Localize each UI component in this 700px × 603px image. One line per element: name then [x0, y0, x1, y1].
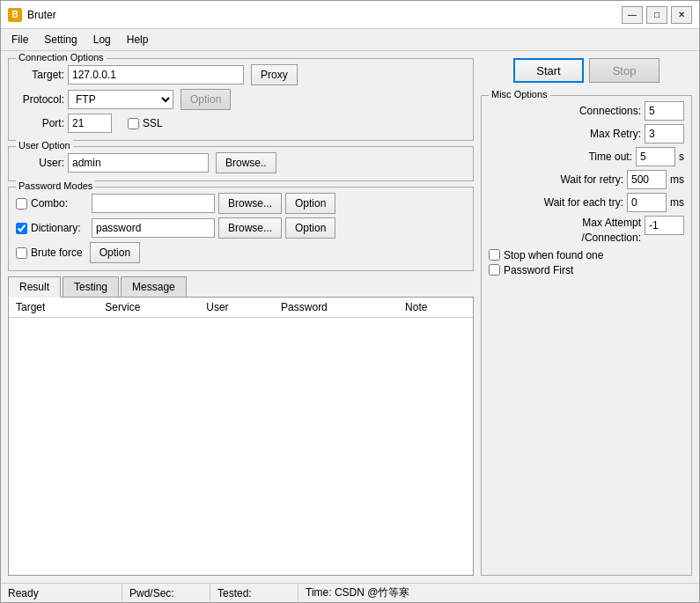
user-input[interactable]: [68, 153, 209, 173]
title-controls: — □ ✕: [622, 6, 692, 24]
max-retry-input[interactable]: [645, 124, 684, 143]
ssl-checkbox[interactable]: [128, 118, 139, 129]
combo-input[interactable]: [92, 194, 215, 213]
close-button[interactable]: ✕: [671, 6, 692, 24]
app-icon: B: [8, 8, 22, 22]
ssl-label: SSL: [143, 117, 163, 129]
tab-result[interactable]: Result: [8, 276, 61, 298]
brute-force-checkbox[interactable]: [16, 247, 27, 259]
target-input[interactable]: [68, 65, 244, 85]
main-window: B Bruter — □ ✕ File Setting Log Help Con…: [0, 0, 700, 603]
menu-help[interactable]: Help: [120, 31, 156, 48]
status-bar: Ready Pwd/Sec: Tested: Time: CSDN @竹等寒: [1, 583, 699, 602]
wait-each-unit: ms: [670, 196, 684, 209]
max-retry-row: Max Retry:: [489, 124, 684, 143]
tabs-container: Result Testing Message Target Service Us…: [8, 276, 474, 576]
target-label: Target:: [16, 69, 64, 81]
dictionary-label: Dictionary:: [31, 222, 88, 234]
user-label: User:: [16, 157, 64, 169]
password-modes-title: Password Modes: [16, 180, 95, 191]
col-user: User: [199, 298, 274, 318]
combo-option-button[interactable]: Option: [285, 193, 335, 214]
combo-row: Combo: Browse... Option: [16, 193, 466, 214]
menu-setting[interactable]: Setting: [37, 31, 84, 48]
stop-found-row: Stop when found one: [489, 249, 684, 261]
menu-log[interactable]: Log: [86, 31, 118, 48]
status-tested-text: Tested:: [217, 587, 252, 599]
dictionary-checkbox[interactable]: [16, 223, 27, 234]
status-pwd: Pwd/Sec:: [122, 584, 210, 602]
max-retry-label: Max Retry:: [590, 128, 641, 140]
password-first-row: Password First: [489, 264, 684, 276]
wait-retry-label: Wait for retry:: [560, 173, 623, 186]
port-input[interactable]: [68, 114, 112, 133]
user-row: User: Browse..: [16, 152, 466, 173]
misc-options-group: Misc Options Connections: Max Retry: Tim…: [481, 95, 692, 576]
connections-row: Connections:: [489, 101, 684, 121]
max-attempt-row: Max Attempt /Connection:: [489, 216, 684, 246]
tab-content: Target Service User Password Note: [8, 298, 474, 576]
timeout-unit: s: [679, 151, 684, 163]
max-attempt-label: Max Attempt /Connection:: [582, 216, 641, 246]
port-row: Port: SSL: [16, 114, 466, 133]
wait-retry-unit: ms: [670, 173, 684, 186]
password-first-checkbox[interactable]: [489, 264, 500, 276]
combo-label: Combo:: [31, 197, 88, 210]
status-ready-text: Ready: [8, 587, 39, 599]
tab-testing[interactable]: Testing: [63, 276, 119, 297]
tabs-header: Result Testing Message: [8, 276, 474, 298]
protocol-select[interactable]: FTP SSH HTTP HTTPS Telnet SMTP POP3 IMAP: [68, 90, 173, 109]
dictionary-browse-button[interactable]: Browse...: [218, 217, 282, 239]
protocol-label: Protocol:: [16, 93, 64, 106]
connections-input[interactable]: [645, 101, 684, 121]
protocol-row: Protocol: FTP SSH HTTP HTTPS Telnet SMTP…: [16, 89, 466, 110]
status-time-text: Time: CSDN @竹等寒: [306, 585, 409, 600]
start-button[interactable]: Start: [513, 58, 584, 83]
user-browse-button[interactable]: Browse..: [216, 152, 276, 173]
col-note: Note: [398, 298, 473, 318]
wait-each-row: Wait for each try: ms: [489, 193, 684, 212]
connections-label: Connections:: [579, 105, 641, 117]
brute-force-label: Brute force: [31, 246, 83, 259]
menu-bar: File Setting Log Help: [1, 29, 699, 51]
wait-each-label: Wait for each try:: [544, 196, 623, 209]
target-row: Target: Proxy: [16, 64, 466, 85]
proxy-button[interactable]: Proxy: [251, 64, 298, 85]
option-button[interactable]: Option: [181, 89, 231, 110]
start-stop-row: Start Stop: [481, 58, 692, 83]
combo-checkbox[interactable]: [16, 198, 27, 210]
status-pwd-text: Pwd/Sec:: [129, 587, 174, 599]
brute-force-option-button[interactable]: Option: [90, 242, 140, 263]
max-attempt-input[interactable]: [645, 216, 684, 235]
col-service: Service: [98, 298, 199, 318]
result-table: Target Service User Password Note: [9, 298, 473, 318]
dictionary-input[interactable]: [92, 218, 215, 238]
menu-file[interactable]: File: [4, 31, 35, 48]
connection-options-group: Connection Options Target: Proxy Protoco…: [8, 58, 474, 141]
brute-force-row: Brute force Option: [16, 242, 466, 263]
title-bar-left: B Bruter: [8, 8, 56, 22]
col-password: Password: [274, 298, 398, 318]
tab-message[interactable]: Message: [121, 276, 187, 297]
timeout-input[interactable]: [636, 147, 675, 166]
title-bar: B Bruter — □ ✕: [1, 1, 699, 29]
misc-options-title: Misc Options: [489, 89, 550, 99]
col-target: Target: [9, 298, 98, 318]
timeout-row: Time out: s: [489, 147, 684, 166]
wait-each-input[interactable]: [627, 193, 667, 212]
dictionary-row: Dictionary: Browse... Option: [16, 217, 466, 239]
status-tested: Tested:: [210, 584, 298, 602]
dictionary-option-button[interactable]: Option: [285, 217, 335, 239]
wait-retry-input[interactable]: [627, 170, 667, 189]
port-label: Port:: [16, 117, 64, 129]
left-panel: Connection Options Target: Proxy Protoco…: [8, 58, 474, 576]
connection-options-title: Connection Options: [16, 52, 107, 63]
stop-button: Stop: [589, 58, 659, 83]
minimize-button[interactable]: —: [622, 6, 643, 24]
stop-found-checkbox[interactable]: [489, 249, 500, 261]
maximize-button[interactable]: □: [646, 6, 667, 24]
combo-browse-button[interactable]: Browse...: [218, 193, 282, 214]
right-panel: Start Stop Misc Options Connections: Max…: [481, 58, 692, 576]
stop-found-label: Stop when found one: [504, 249, 603, 261]
password-modes-group: Password Modes Combo: Browse... Option D…: [8, 187, 474, 271]
